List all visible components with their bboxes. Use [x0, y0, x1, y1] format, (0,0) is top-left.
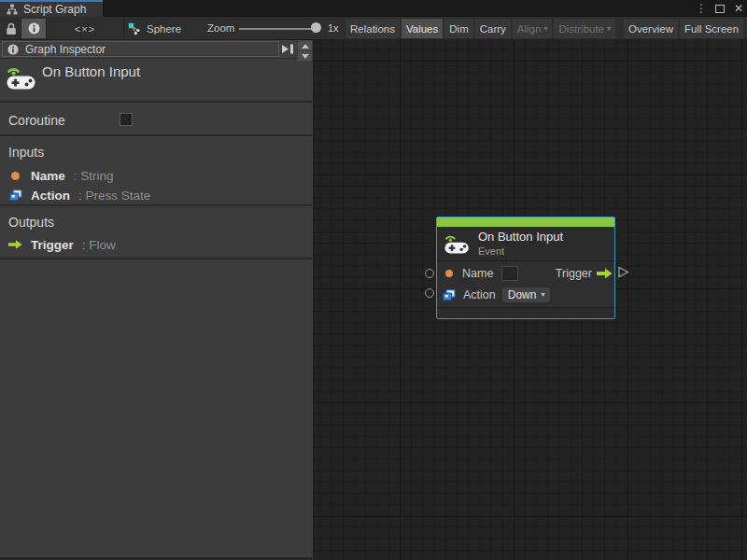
- node-header[interactable]: On Button Input Event: [437, 227, 614, 261]
- lock-icon: [6, 22, 17, 35]
- maximize-icon[interactable]: [715, 5, 725, 13]
- string-port-icon[interactable]: [445, 270, 453, 277]
- zoom-value: 1x: [328, 17, 339, 40]
- coroutine-label: Coroutine: [8, 113, 65, 128]
- gamepad-icon: [7, 64, 36, 94]
- coroutine-checkbox[interactable]: [120, 113, 133, 126]
- toolbar-buttons: Relations Values Dim Carry Align ▾ Distr…: [345, 19, 743, 38]
- close-icon[interactable]: ✕: [734, 0, 743, 17]
- dock-right-icon: [281, 44, 294, 54]
- title-bar: Script Graph ⋮ ✕: [0, 0, 747, 17]
- outputs-section: Outputs Trigger : Flow: [0, 208, 313, 259]
- script-graph-asset-icon: [128, 22, 141, 35]
- triangle-down-icon: [302, 54, 309, 59]
- inspector-header: Graph Inspector: [0, 40, 313, 59]
- flow-port-icon[interactable]: [597, 268, 613, 279]
- zoom-slider[interactable]: [239, 28, 316, 30]
- full-screen-button[interactable]: Full Screen: [680, 19, 743, 38]
- flow-port-icon: [8, 239, 22, 250]
- node-name-trigger-row: Name Trigger: [437, 261, 614, 285]
- dim-button[interactable]: Dim: [444, 19, 472, 38]
- graph-owner-label: Sphere: [147, 23, 181, 35]
- action-port-label: Action: [463, 288, 496, 301]
- on-button-input-node[interactable]: On Button Input Event Name Trigger: [436, 217, 615, 319]
- inputs-title: Inputs: [8, 145, 44, 160]
- action-value: Down: [508, 288, 537, 301]
- graph-inspector-panel: Graph Inspector On Button Input: [0, 40, 314, 560]
- lock-button[interactable]: [2, 19, 21, 38]
- stepper-up-button[interactable]: [298, 41, 312, 50]
- outputs-title: Outputs: [8, 215, 54, 230]
- code-view-button[interactable]: <×>: [47, 19, 123, 38]
- graph-owner-button[interactable]: Sphere: [128, 19, 181, 38]
- object-port-icon: [8, 189, 22, 202]
- object-port-icon[interactable]: [443, 289, 456, 301]
- action-dropdown[interactable]: Down ▾: [502, 287, 551, 302]
- align-dropdown[interactable]: Align ▾: [513, 19, 553, 38]
- node-color-bar: [437, 217, 614, 227]
- action-port-socket[interactable]: [425, 288, 434, 298]
- unit-title-block: On Button Input: [0, 59, 313, 103]
- triangle-up-icon: [302, 44, 309, 49]
- node-footer: [437, 307, 614, 318]
- graph-hierarchy-icon: [7, 4, 18, 15]
- values-button[interactable]: Values: [402, 19, 443, 38]
- distribute-dropdown[interactable]: Distribute ▾: [554, 19, 615, 38]
- info-icon: [7, 44, 19, 55]
- inspector-title: Graph Inspector: [25, 43, 106, 56]
- zoom-slider-knob[interactable]: [311, 22, 321, 33]
- gamepad-icon: [444, 232, 470, 255]
- zoom-label: Zoom: [207, 17, 234, 40]
- code-icon: <×>: [75, 23, 95, 35]
- name-input-field[interactable]: [501, 266, 518, 281]
- window-menu-icon[interactable]: ⋮: [696, 0, 706, 17]
- carry-button[interactable]: Carry: [475, 19, 511, 38]
- zoom-stepper: [298, 41, 312, 62]
- node-title: On Button Input: [478, 231, 563, 244]
- coroutine-row: Coroutine: [0, 105, 313, 136]
- trigger-port-label: Trigger: [556, 267, 592, 280]
- dock-inspector-button[interactable]: [281, 43, 295, 55]
- relations-button[interactable]: Relations: [345, 19, 400, 38]
- trigger-port-socket[interactable]: [617, 265, 629, 282]
- stepper-down-button[interactable]: [298, 51, 312, 61]
- node-subtitle: Event: [478, 245, 563, 257]
- inputs-section: Inputs Name : String Action : Press Stat…: [0, 138, 313, 206]
- input-row-action: Action : Press State: [8, 188, 150, 203]
- input-row-name: Name : String: [8, 168, 114, 183]
- unit-title: On Button Input: [42, 63, 140, 79]
- toolbar: <×> Sphere Zoom 1x Relations Values Dim …: [0, 17, 747, 40]
- string-port-icon: [11, 172, 20, 180]
- node-action-row: Action Down ▾: [437, 285, 614, 305]
- name-port-label: Name: [462, 267, 493, 280]
- overview-button[interactable]: Overview: [624, 19, 678, 38]
- chevron-down-icon: ▾: [543, 25, 547, 33]
- chevron-down-icon: ▾: [607, 25, 611, 33]
- graph-canvas[interactable]: On Button Input Event Name Trigger: [314, 40, 747, 560]
- tab-script-graph[interactable]: Script Graph: [0, 0, 103, 17]
- output-row-trigger: Trigger : Flow: [8, 237, 116, 252]
- name-port-socket[interactable]: [425, 269, 434, 278]
- inspector-toggle-button[interactable]: [21, 19, 46, 38]
- info-icon: [28, 22, 40, 35]
- chevron-down-icon: ▾: [541, 291, 544, 299]
- tab-label: Script Graph: [23, 3, 86, 16]
